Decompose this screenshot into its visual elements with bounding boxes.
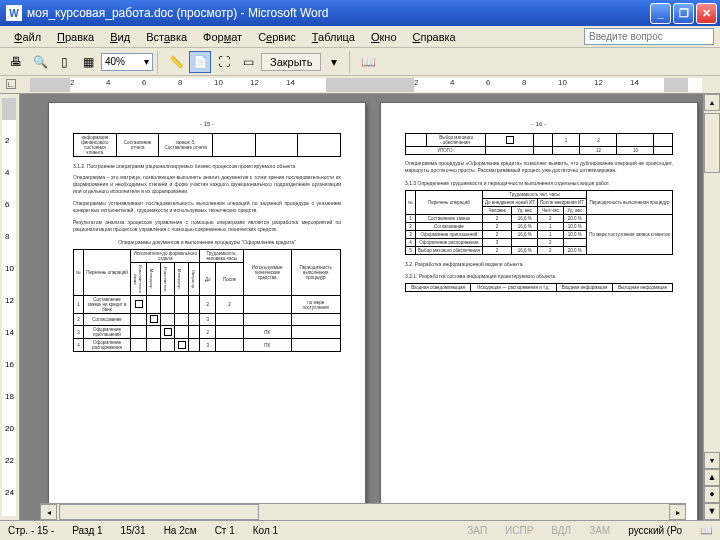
prev-page-button[interactable]: ▲ [704,469,720,486]
document-view[interactable]: - 15 - информация финансового состояния … [20,94,703,520]
status-bar: Стр. - 15 - Разд 1 15/31 На 2см Ст 1 Кол… [0,520,720,540]
vertical-scrollbar[interactable]: ▴ ▾ ▲ ● ▼ [703,94,720,520]
maximize-button[interactable]: ❐ [673,3,694,24]
next-page-button[interactable]: ▼ [704,503,720,520]
page-15: - 15 - информация финансового состояния … [48,102,366,520]
page15-main-table: № Перечень операций Исполнители-до форма… [73,249,341,352]
status-page-of: 15/31 [117,525,150,536]
print-button[interactable]: 🖶 [5,51,27,73]
spellcheck-icon[interactable]: 📖 [696,525,716,536]
page16-bottom-table: Входная осведомляющая Исходящая — распор… [405,283,673,292]
status-col: Кол 1 [249,525,282,536]
status-lang[interactable]: русский (Ро [624,525,686,536]
magnify-button[interactable]: 🔍 [29,51,51,73]
horizontal-scrollbar[interactable]: ◂ ▸ [40,503,686,520]
close-preview-button[interactable]: Закрыть [261,53,321,71]
scroll-left-icon[interactable]: ◂ [40,504,57,520]
hscroll-thumb[interactable] [59,504,259,520]
scroll-up-icon[interactable]: ▴ [704,94,720,111]
title-bar: W моя_курсовая_работа.doc (просмотр) - M… [0,0,720,26]
page16-top-table: Выбор матового обеспечения12 ИТОГО:1210 [405,133,673,155]
fullscreen-button[interactable]: ⛶ [213,51,235,73]
menu-insert[interactable]: Вставка [138,29,195,45]
menu-window[interactable]: Окно [363,29,405,45]
vscroll-thumb[interactable] [704,113,720,173]
vertical-ruler[interactable]: 2 4 6 8 10 12 14 16 18 20 22 24 [0,94,20,520]
view-button[interactable]: ▭ [237,51,259,73]
status-rec[interactable]: ЗАП [463,525,491,536]
read-button[interactable]: 📖 [357,51,379,73]
status-line: Ст 1 [211,525,239,536]
multi-page-button[interactable]: ▦ [77,51,99,73]
menu-table[interactable]: Таблица [304,29,363,45]
page16-main-table: № Перечень операций Трудоемкость чел. ча… [405,190,673,255]
toolbar-dropdown[interactable]: ▾ [323,51,345,73]
shrink-button[interactable]: 📄 [189,51,211,73]
toolbar: 🖶 🔍 ▯ ▦ 40%▾ 📏 📄 ⛶ ▭ Закрыть ▾ 📖 [0,48,720,76]
scroll-down-icon[interactable]: ▾ [704,452,720,469]
ask-question-input[interactable] [584,28,714,45]
status-at: На 2см [160,525,201,536]
status-ext[interactable]: ВДЛ [547,525,575,536]
menu-view[interactable]: Вид [102,29,138,45]
page-16: - 16 - Выбор матового обеспечения12 ИТОГ… [380,102,698,520]
horizontal-ruler[interactable]: ∟ 2 4 6 8 10 12 14 2 4 6 8 10 12 14 [0,76,720,94]
status-section: Разд 1 [68,525,106,536]
browse-object-button[interactable]: ● [704,486,720,503]
one-page-button[interactable]: ▯ [53,51,75,73]
scroll-right-icon[interactable]: ▸ [669,504,686,520]
status-trk[interactable]: ИСПР [501,525,537,536]
menu-bar: Файл Правка Вид Вставка Формат Сервис Та… [0,26,720,48]
menu-format[interactable]: Формат [195,29,250,45]
menu-help[interactable]: Справка [405,29,464,45]
status-page: Стр. - 15 - [4,525,58,536]
minimize-button[interactable]: _ [650,3,671,24]
menu-edit[interactable]: Правка [49,29,102,45]
app-icon: W [6,5,22,21]
status-ovr[interactable]: ЗАМ [585,525,614,536]
ruler-button[interactable]: 📏 [165,51,187,73]
window-title: моя_курсовая_работа.doc (просмотр) - Mic… [27,6,650,20]
close-window-button[interactable]: ✕ [696,3,717,24]
menu-file[interactable]: Файл [6,29,49,45]
zoom-combo[interactable]: 40%▾ [101,53,153,71]
menu-tools[interactable]: Сервис [250,29,304,45]
page15-top-table: информация финансового состояния клиента… [73,133,341,157]
